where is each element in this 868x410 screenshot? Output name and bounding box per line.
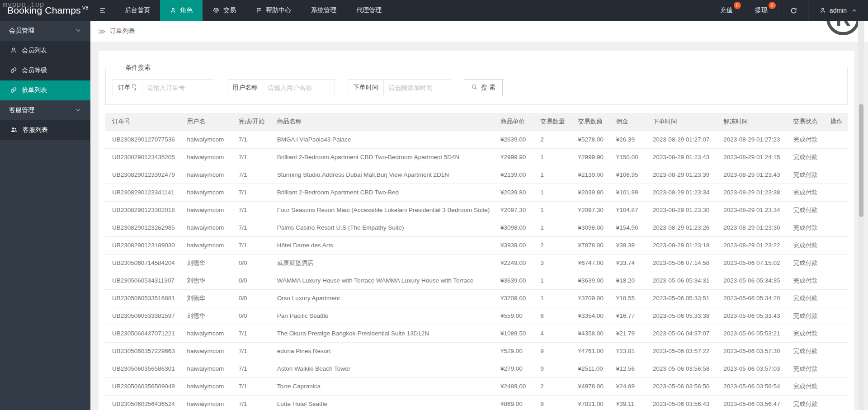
cell-amount: ¥2139.00 <box>571 166 609 184</box>
cell-unit-price: ¥869.00 <box>494 395 533 410</box>
withdraw-button[interactable]: 提现 0 <box>744 0 778 21</box>
cell-progress: 7/1 <box>232 201 270 219</box>
cell-commission: ¥39.39 <box>609 236 646 254</box>
sidebar-group-service-management[interactable]: 客服管理 <box>0 100 90 120</box>
cell-order-no: UB2305060356509049 <box>105 377 180 395</box>
cell-status: 完成付款 <box>787 184 824 201</box>
person-icon <box>170 7 176 14</box>
column-header-order-time: 下单时间 <box>646 113 717 131</box>
cell-amount: ¥3354.00 <box>571 307 609 325</box>
cell-product: 威廉斯堡酒店 <box>270 254 494 272</box>
cell-order-time: 2023-05-06 03:57:22 <box>646 342 717 360</box>
cell-order-no: UB2305060533516881 <box>105 289 180 307</box>
cell-order-time: 2023-05-06 03:56:43 <box>646 395 717 410</box>
search-button-label: 搜 索 <box>481 84 495 92</box>
sidebar-toggle-button[interactable] <box>90 0 115 21</box>
cell-product: Four Seasons Resort Maui (Accessible Lok… <box>270 201 494 219</box>
order-table-body: UB2308290127077536haiwaiymcom7/1BMGA l V… <box>105 131 848 410</box>
cell-product: Brilliant 2-Bedroom Apartment CBD Two-Be… <box>270 184 494 201</box>
cell-action <box>824 236 848 254</box>
sidebar-item-order-grab-list[interactable]: 抢单列表 <box>0 80 90 100</box>
username-input[interactable] <box>263 80 335 96</box>
cell-amount: ¥4978.00 <box>571 377 609 395</box>
cell-order-time: 2023-05-06 04:37:07 <box>646 325 717 342</box>
cell-unfreeze-time: 2023-05-06 05:53:21 <box>717 325 786 342</box>
recharge-button[interactable]: 充值 0 <box>709 0 744 21</box>
cell-action <box>824 201 848 219</box>
nav-item-system[interactable]: 系统管理 <box>301 0 346 21</box>
refresh-button[interactable] <box>778 0 808 21</box>
cell-amount: ¥3709.00 <box>571 289 609 307</box>
cell-unit-price: ¥3098.00 <box>494 219 533 236</box>
sidebar-submenu-member: 会员列表 会员等级 抢单列表 <box>0 41 90 100</box>
cell-progress: 7/1 <box>232 342 270 360</box>
cell-commission: ¥18.55 <box>609 289 646 307</box>
cell-commission: ¥16.77 <box>609 307 646 325</box>
cell-username: haiwaiymcom <box>180 131 231 148</box>
nav-item-agent[interactable]: 代理管理 <box>346 0 392 21</box>
cell-commission: ¥24.89 <box>609 377 646 395</box>
order-time-input[interactable] <box>384 80 451 96</box>
column-header-progress: 完成/开始 <box>232 113 270 131</box>
order-no-input[interactable] <box>142 80 214 96</box>
page-scrollbar[interactable] <box>858 21 864 410</box>
sidebar-item-member-level[interactable]: 会员等级 <box>0 61 90 80</box>
cell-unfreeze-time: 2023-08-29 01:23:34 <box>717 201 786 219</box>
nav-item-role[interactable]: 角色 <box>160 0 203 21</box>
table-row: UB2308290123435205haiwaiymcom7/1Brillian… <box>105 148 848 166</box>
table-row: UB2308290127077536haiwaiymcom7/1BMGA l V… <box>105 131 848 148</box>
search-button[interactable]: 搜 索 <box>464 79 503 96</box>
cell-commission: ¥154.90 <box>609 219 646 236</box>
top-navbar: Booking Champs V8 后台首页 角色 <box>0 0 868 21</box>
user-menu[interactable]: admin <box>808 0 868 21</box>
cell-status: 完成付款 <box>787 272 824 289</box>
cell-product: Lotte Hotel Seattle <box>270 395 494 410</box>
cell-progress: 0/0 <box>232 272 270 289</box>
cell-order-no: UB2305060437071221 <box>105 325 180 342</box>
cell-username: haiwaiymcom <box>180 148 231 166</box>
cell-unit-price: ¥2097.30 <box>494 201 533 219</box>
cell-commission: ¥18.20 <box>609 272 646 289</box>
cell-unfreeze-time: 2023-05-06 07:15:02 <box>717 254 786 272</box>
cell-username: haiwaiymcom <box>180 236 231 254</box>
scrollbar-thumb[interactable] <box>859 104 863 217</box>
cell-order-no: UB2305060714584204 <box>105 254 180 272</box>
cell-unit-price: ¥3939.00 <box>494 236 533 254</box>
cell-order-no: UB2305060356586301 <box>105 360 180 377</box>
user-icon <box>10 47 17 55</box>
sidebar-group-member-management[interactable]: 会员管理 <box>0 21 90 41</box>
sidebar-item-member-list[interactable]: 会员列表 <box>0 41 90 61</box>
cell-product: Brilliant 2-Bedroom Apartment CBD Two-Be… <box>270 148 494 166</box>
table-row: UB2308290123302018haiwaiymcom7/1Four Sea… <box>105 201 848 219</box>
cell-amount: ¥3098.00 <box>571 219 609 236</box>
cell-order-time: 2023-08-29 01:23:18 <box>646 236 717 254</box>
sidebar-item-label: 客服列表 <box>23 126 48 134</box>
cell-order-time: 2023-08-29 01:23:30 <box>646 201 717 219</box>
table-row: UB2308290123189030haiwaiymcom7/1Hôtel Da… <box>105 236 848 254</box>
column-header-unit-price: 商品单价 <box>494 113 533 131</box>
cell-unfreeze-time: 2023-08-29 01:27:23 <box>717 131 786 148</box>
search-panel: 条件搜索 订单号 用户名称 下单时间 <box>105 64 848 105</box>
cell-order-time: 2023-05-06 03:56:58 <box>646 360 717 377</box>
chevron-up-icon <box>851 8 857 14</box>
refresh-icon <box>790 7 797 14</box>
nav-item-dashboard[interactable]: 后台首页 <box>115 0 160 21</box>
cell-order-time: 2023-05-06 05:33:51 <box>646 289 717 307</box>
cell-unfreeze-time: 2023-05-06 05:34:20 <box>717 289 786 307</box>
nav-item-label: 交易 <box>223 6 236 14</box>
page: Booking Champs V8 后台首页 角色 <box>0 0 868 410</box>
nav-item-help[interactable]: 帮助中心 <box>246 0 301 21</box>
nav-item-trade[interactable]: 交易 <box>203 0 246 21</box>
cell-commission: ¥39.11 <box>609 395 646 410</box>
cell-unfreeze-time: 2023-05-06 05:34:35 <box>717 272 786 289</box>
cell-unfreeze-time: 2023-05-06 03:57:30 <box>717 342 786 360</box>
order-table: 订单号 用户名 完成/开始 商品名称 商品单价 交易数量 交易数额 佣金 下单时… <box>105 113 848 410</box>
cell-order-time: 2023-08-29 01:23:39 <box>646 166 717 184</box>
sidebar-item-service-list[interactable]: 客服列表 <box>0 120 90 140</box>
cell-progress: 7/1 <box>232 219 270 236</box>
column-header-action: 操作 <box>824 113 848 131</box>
cell-commission: ¥150.00 <box>609 148 646 166</box>
table-row: UB2305060714584204刘德华0/0威廉斯堡酒店¥2249.003¥… <box>105 254 848 272</box>
cell-unit-price: ¥529.00 <box>494 342 533 360</box>
cell-unfreeze-time: 2023-05-06 03:57:03 <box>717 360 786 377</box>
